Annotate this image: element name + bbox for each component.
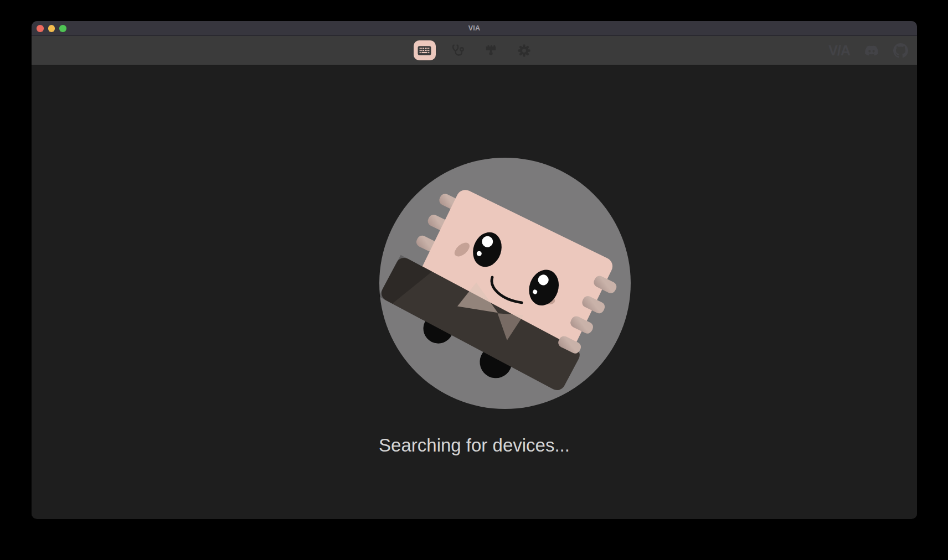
toolbar: V/A [32,36,917,65]
window-title: VIA [32,21,917,36]
main-content: Searching for devices... [32,65,917,518]
github-link[interactable] [893,43,908,58]
via-app-window: VIA [32,21,917,519]
gear-icon [517,43,532,58]
keyboard-icon [417,43,432,58]
paintbrush-icon [483,43,498,58]
desktop-background: VIA [0,0,948,560]
toolbar-brand-links: V/A [828,36,908,65]
tab-configure[interactable] [414,40,436,60]
tab-key-tester[interactable] [447,40,469,60]
via-logo: V/A [828,43,850,59]
stethoscope-icon [450,43,465,58]
window-titlebar[interactable]: VIA [32,21,917,36]
toolbar-tabs [414,40,535,60]
tab-design[interactable] [480,40,502,60]
discord-icon [864,43,879,58]
github-icon [893,43,908,58]
status-text: Searching for devices... [32,435,917,456]
tab-settings[interactable] [513,40,535,60]
via-chip-mascot [379,157,631,409]
discord-link[interactable] [864,43,879,58]
